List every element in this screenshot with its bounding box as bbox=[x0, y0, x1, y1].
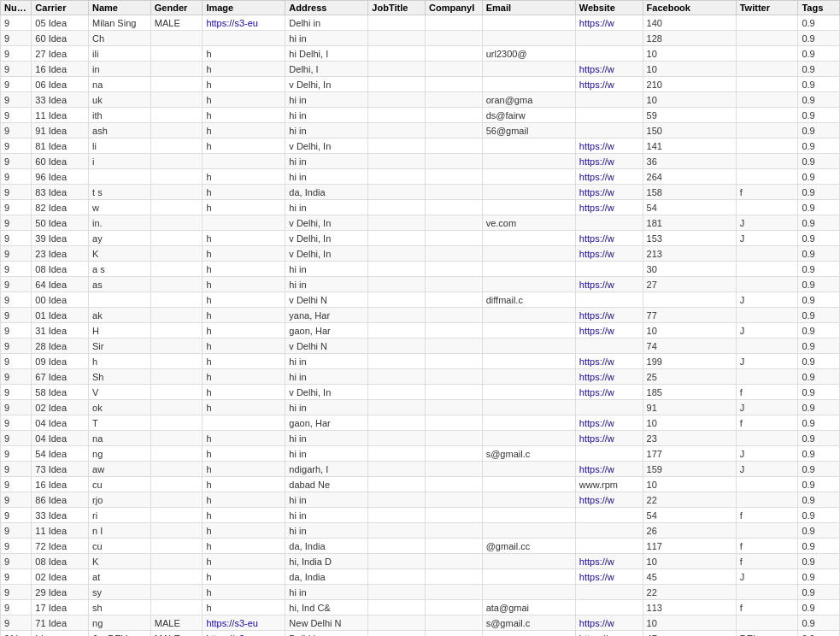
table-row[interactable]: 916 Ideacuhdabad Newww.rpm100.9 bbox=[1, 477, 840, 492]
table-row[interactable]: 958 IdeaVhv Delhi, Inhttps://w185f0.9 bbox=[1, 385, 840, 400]
table-row[interactable]: 928 IdeaSirhv Delhi N740.9 bbox=[1, 339, 840, 354]
cell-carrier: 11 Idea bbox=[32, 523, 89, 539]
col-header-website[interactable]: Website bbox=[575, 1, 643, 15]
cell-image: h bbox=[203, 323, 285, 339]
table-row[interactable]: 911 Idean Ihhi in260.9 bbox=[1, 523, 840, 539]
cell-jobtitle bbox=[368, 138, 426, 154]
col-header-tags[interactable]: Tags bbox=[798, 1, 840, 15]
table-row[interactable]: 996 Ideahhi inhttps://w2640.9 bbox=[1, 169, 840, 185]
cell-website bbox=[575, 215, 643, 231]
table-row[interactable]: 906 Ideanahv Delhi, Inhttps://w2100.9 bbox=[1, 77, 840, 92]
table-row[interactable]: 933 Idearihhi in54f0.9 bbox=[1, 508, 840, 523]
cell-image bbox=[203, 154, 285, 169]
table-row[interactable]: 900 Ideahv Delhi Ndiffmail.cJ0.9 bbox=[1, 292, 840, 308]
cell-number: 9 bbox=[1, 508, 32, 523]
col-header-name[interactable]: Name bbox=[89, 1, 151, 15]
table-row[interactable]: 981 Idealihv Delhi, Inhttps://w1410.9 bbox=[1, 138, 840, 154]
table-row[interactable]: 950 Ideain.v Delhi, Inve.com181J0.9 bbox=[1, 215, 840, 231]
col-header-number[interactable]: Number bbox=[1, 1, 32, 15]
table-row[interactable]: 973 Ideaawhndigarh, Ihttps://w159J0.9 bbox=[1, 462, 840, 477]
table-row[interactable]: 901 Ideaakhyana, Harhttps://w770.9 bbox=[1, 308, 840, 323]
cell-address: hi in bbox=[285, 508, 368, 523]
table-row[interactable]: 902 Ideaathda, Indiahttps://w45J0.9 bbox=[1, 569, 840, 585]
cell-website bbox=[575, 523, 643, 539]
table-row[interactable]: 911 Ideaithhhi inds@fairw590.9 bbox=[1, 108, 840, 123]
col-header-twitter[interactable]: Twitter bbox=[736, 1, 798, 15]
cell-number: 9 bbox=[1, 308, 32, 323]
cell-tags: 0.9 bbox=[798, 462, 840, 477]
col-header-address[interactable]: Address bbox=[285, 1, 368, 15]
table-row[interactable]: 972 Ideacuhda, India@gmail.cc117f0.9 bbox=[1, 539, 840, 554]
cell-address: Delhi in bbox=[285, 15, 368, 31]
table-row[interactable]: 931 IdeaHhgaon, Harhttps://w10J0.9 bbox=[1, 323, 840, 339]
table-row[interactable]: 904 IdeaTgaon, Harhttps://w10f0.9 bbox=[1, 415, 840, 431]
cell-facebook: 159 bbox=[643, 462, 736, 477]
cell-carrier: 02 Idea bbox=[32, 400, 89, 415]
cell-tags: 0.9 bbox=[798, 277, 840, 292]
cell-image: h bbox=[203, 492, 285, 508]
cell-address: Delhi, I bbox=[285, 62, 368, 77]
col-header-image[interactable]: Image bbox=[203, 1, 285, 15]
cell-jobtitle bbox=[368, 523, 426, 539]
table-row[interactable]: 916 IdeainhDelhi, Ihttps://w100.9 bbox=[1, 62, 840, 77]
cell-gender bbox=[150, 200, 203, 215]
col-header-email[interactable]: Email bbox=[482, 1, 575, 15]
cell-email: s@gmail.c bbox=[482, 446, 575, 462]
cell-facebook: 150 bbox=[643, 123, 736, 138]
cell-facebook: 153 bbox=[643, 231, 736, 246]
data-table-container: Number Carrier Name Gender Image Address… bbox=[0, 0, 840, 636]
col-header-jobtitle[interactable]: JobTitle bbox=[368, 1, 426, 15]
cell-image: https://s3-eu bbox=[203, 631, 285, 637]
table-row[interactable]: 908 Ideaa shhi in300.9 bbox=[1, 262, 840, 277]
table-row[interactable]: 91/0003/031IdeaJar DEVMALEhttps://s3-euD… bbox=[1, 631, 840, 637]
table-row[interactable]: 905 IdeaMilan SingMALEhttps://s3-euDelhi… bbox=[1, 15, 840, 31]
cell-name: ng bbox=[89, 446, 151, 462]
cell-email: ata@gmai bbox=[482, 600, 575, 615]
table-row[interactable]: 960 Ideaihi inhttps://w360.9 bbox=[1, 154, 840, 169]
cell-jobtitle bbox=[368, 508, 426, 523]
table-row[interactable]: 909 Ideahhhi inhttps://w199J0.9 bbox=[1, 354, 840, 369]
cell-gender bbox=[150, 277, 203, 292]
cell-tags: 0.9 bbox=[798, 323, 840, 339]
table-row[interactable]: 971 IdeangMALEhttps://s3-euNew Delhi Ns@… bbox=[1, 615, 840, 631]
cell-name: cu bbox=[89, 539, 151, 554]
table-row[interactable]: 929 Ideasyhhi in220.9 bbox=[1, 585, 840, 600]
cell-facebook: 25 bbox=[643, 369, 736, 385]
table-row[interactable]: 933 Ideaukhhi inoran@gma100.9 bbox=[1, 92, 840, 108]
cell-email bbox=[482, 569, 575, 585]
cell-twitter: f bbox=[736, 600, 798, 615]
cell-twitter: J bbox=[736, 215, 798, 231]
cell-image: h bbox=[203, 108, 285, 123]
table-row[interactable]: 967 IdeaShhhi inhttps://w250.9 bbox=[1, 369, 840, 385]
table-row[interactable]: 908 IdeaKhhi, India Dhttps://w10f0.9 bbox=[1, 554, 840, 569]
cell-gender bbox=[150, 292, 203, 308]
table-row[interactable]: 991 Ideaashhhi in56@gmail1500.9 bbox=[1, 123, 840, 138]
cell-gender bbox=[150, 108, 203, 123]
cell-company bbox=[426, 185, 483, 200]
cell-email bbox=[482, 323, 575, 339]
table-row[interactable]: 917 Ideashhhi, Ind C&ata@gmai113f0.9 bbox=[1, 600, 840, 615]
cell-gender bbox=[150, 262, 203, 277]
col-header-carrier[interactable]: Carrier bbox=[32, 1, 89, 15]
cell-gender bbox=[150, 323, 203, 339]
table-row[interactable]: 939 Ideaayhv Delhi, Inhttps://w153J0.9 bbox=[1, 231, 840, 246]
col-header-facebook[interactable]: Facebook bbox=[643, 1, 736, 15]
table-row[interactable]: 904 Ideanahhi inhttps://w230.9 bbox=[1, 431, 840, 446]
col-header-gender[interactable]: Gender bbox=[150, 1, 203, 15]
table-row[interactable]: 902 Ideaokhhi in91J0.9 bbox=[1, 400, 840, 415]
col-header-company[interactable]: CompanyI bbox=[426, 1, 483, 15]
table-row[interactable]: 982 Ideawhhi inhttps://w540.9 bbox=[1, 200, 840, 215]
cell-company bbox=[426, 523, 483, 539]
cell-email bbox=[482, 492, 575, 508]
cell-name: cu bbox=[89, 477, 151, 492]
table-row[interactable]: 923 IdeaKhv Delhi, Inhttps://w2130.9 bbox=[1, 246, 840, 262]
cell-gender: MALE bbox=[150, 615, 203, 631]
cell-twitter bbox=[736, 585, 798, 600]
table-row[interactable]: 960 IdeaChhi in1280.9 bbox=[1, 31, 840, 46]
table-row[interactable]: 986 Idearjohhi inhttps://w220.9 bbox=[1, 492, 840, 508]
table-row[interactable]: 954 Ideanghhi ins@gmail.c177J0.9 bbox=[1, 446, 840, 462]
cell-name: i bbox=[89, 154, 151, 169]
table-row[interactable]: 964 Ideaashhi inhttps://w270.9 bbox=[1, 277, 840, 292]
table-row[interactable]: 927 Ideailihhi Delhi, Iurl2300@100.9 bbox=[1, 46, 840, 62]
table-row[interactable]: 983 Ideat shda, Indiahttps://w158f0.9 bbox=[1, 185, 840, 200]
